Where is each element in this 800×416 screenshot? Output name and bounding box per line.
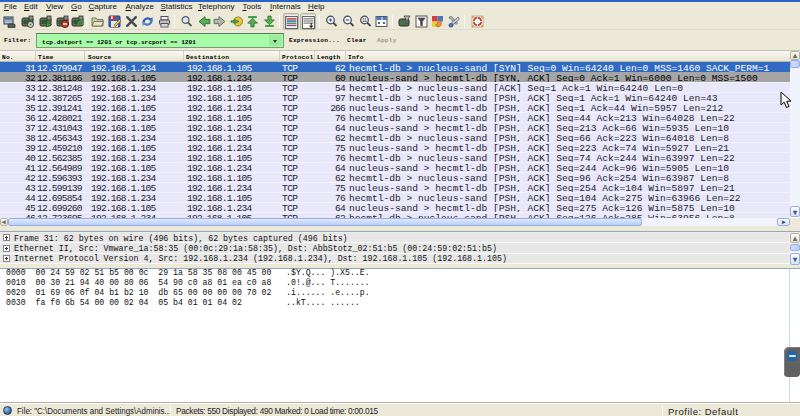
svg-text:11: 11 — [362, 18, 367, 23]
